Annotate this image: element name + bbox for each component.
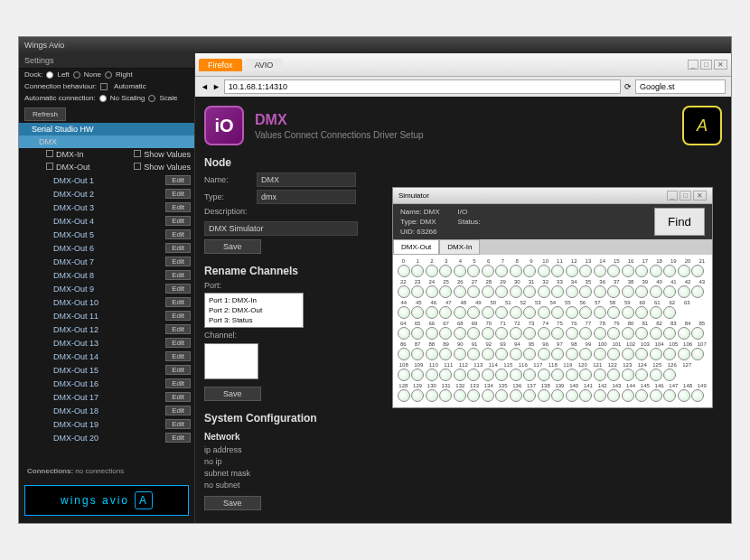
channel-indicator[interactable] [607, 265, 620, 277]
channel-indicator[interactable] [426, 265, 438, 277]
channel-indicator[interactable] [650, 306, 662, 319]
channel-indicator[interactable] [551, 265, 564, 277]
channel-indicator[interactable] [538, 285, 550, 298]
channel-indicator[interactable] [579, 389, 592, 402]
channel-indicator[interactable] [579, 369, 592, 381]
channel-indicator[interactable] [663, 389, 676, 402]
channel-indicator[interactable] [551, 389, 564, 402]
channel-indicator[interactable] [650, 285, 662, 298]
edit-button[interactable]: Edit [165, 270, 191, 280]
channel-indicator[interactable] [579, 348, 592, 360]
edit-button[interactable]: Edit [165, 297, 191, 307]
channel-indicator[interactable] [523, 285, 536, 298]
channel-indicator[interactable] [551, 306, 564, 319]
channel-indicator[interactable] [411, 306, 424, 319]
noscale-radio[interactable] [99, 95, 107, 102]
channel-indicator[interactable] [650, 327, 662, 340]
channel-indicator[interactable] [635, 327, 648, 340]
channel-indicator[interactable] [523, 389, 536, 402]
conn-checkbox[interactable] [100, 83, 108, 90]
edit-button[interactable]: Edit [165, 216, 191, 226]
channel-indicator[interactable] [398, 327, 410, 340]
edit-button[interactable]: Edit [165, 365, 191, 375]
save-node-button[interactable]: Save [204, 239, 261, 254]
channel-indicator[interactable] [594, 348, 606, 360]
channel-indicator[interactable] [454, 285, 466, 298]
channel-indicator[interactable] [622, 306, 634, 319]
channel-indicator[interactable] [622, 327, 634, 340]
refresh-button[interactable]: Refresh [24, 107, 66, 121]
channel-select[interactable] [204, 343, 258, 379]
channel-indicator[interactable] [538, 327, 550, 340]
close-icon[interactable]: ✕ [714, 60, 727, 70]
channel-indicator[interactable] [635, 265, 648, 277]
edit-button[interactable]: Edit [165, 202, 191, 212]
channel-indicator[interactable] [579, 265, 592, 277]
channel-indicator[interactable] [454, 265, 466, 277]
channel-indicator[interactable] [495, 327, 508, 340]
channel-indicator[interactable] [566, 327, 578, 340]
min-icon[interactable]: _ [688, 60, 698, 70]
tree-out-item[interactable]: DMX-Out 18Edit [19, 404, 194, 417]
channel-indicator[interactable] [650, 265, 662, 277]
channel-indicator[interactable] [439, 389, 452, 402]
channel-indicator[interactable] [510, 306, 522, 319]
channel-indicator[interactable] [538, 348, 550, 360]
tree-out-item[interactable]: DMX-Out 7Edit [19, 255, 194, 268]
channel-indicator[interactable] [538, 389, 550, 402]
name-input[interactable] [257, 173, 356, 187]
channel-indicator[interactable] [551, 348, 564, 360]
channel-indicator[interactable] [495, 369, 508, 381]
channel-indicator[interactable] [579, 327, 592, 340]
sim-max-icon[interactable]: □ [680, 191, 691, 201]
type-input[interactable] [257, 190, 356, 204]
channel-indicator[interactable] [523, 327, 536, 340]
channel-indicator[interactable] [650, 348, 662, 360]
channel-indicator[interactable] [538, 306, 550, 319]
desc-input[interactable] [204, 221, 358, 236]
dmx-in-tab[interactable]: DMX-In [439, 239, 480, 255]
channel-indicator[interactable] [426, 306, 438, 319]
dock-left-radio[interactable] [46, 71, 53, 79]
channel-indicator[interactable] [510, 285, 522, 298]
channel-indicator[interactable] [426, 389, 438, 402]
channel-indicator[interactable] [607, 285, 620, 298]
channel-indicator[interactable] [398, 306, 410, 319]
channel-indicator[interactable] [510, 389, 522, 402]
edit-button[interactable]: Edit [165, 284, 191, 294]
channel-indicator[interactable] [467, 285, 480, 298]
tree-out-item[interactable]: DMX-Out 2Edit [19, 187, 194, 201]
find-button[interactable]: Find [654, 208, 705, 236]
channel-indicator[interactable] [426, 348, 438, 360]
edit-button[interactable]: Edit [165, 311, 191, 321]
channel-indicator[interactable] [482, 265, 494, 277]
channel-indicator[interactable] [398, 348, 410, 360]
channel-indicator[interactable] [663, 285, 676, 298]
tree-out-item[interactable]: DMX-Out 17Edit [19, 390, 194, 404]
channel-indicator[interactable] [594, 285, 606, 298]
channel-indicator[interactable] [607, 389, 620, 402]
tree-out-item[interactable]: DMX-Out 3Edit [19, 201, 194, 214]
channel-indicator[interactable] [594, 265, 606, 277]
channel-indicator[interactable] [566, 389, 578, 402]
channel-indicator[interactable] [510, 369, 522, 381]
tree-out-item[interactable]: DMX-Out 11Edit [19, 309, 194, 322]
channel-indicator[interactable] [538, 369, 550, 381]
channel-indicator[interactable] [454, 389, 466, 402]
url-input[interactable] [224, 79, 621, 94]
tree-out-item[interactable]: DMX-Out 20Edit [19, 431, 194, 443]
channel-indicator[interactable] [523, 348, 536, 360]
channel-indicator[interactable] [398, 389, 410, 402]
channel-indicator[interactable] [678, 389, 690, 402]
sim-min-icon[interactable]: _ [667, 191, 678, 201]
channel-indicator[interactable] [426, 327, 438, 340]
tree-out-item[interactable]: DMX-Out 9Edit [19, 282, 194, 295]
channel-indicator[interactable] [411, 265, 424, 277]
channel-indicator[interactable] [510, 265, 522, 277]
tree-out-item[interactable]: DMX-Out 10Edit [19, 295, 194, 309]
channel-indicator[interactable] [551, 285, 564, 298]
scale-radio[interactable] [148, 95, 155, 102]
channel-indicator[interactable] [566, 265, 578, 277]
tree-out-item[interactable]: DMX-Out 5Edit [19, 228, 194, 241]
edit-button[interactable]: Edit [165, 433, 191, 443]
